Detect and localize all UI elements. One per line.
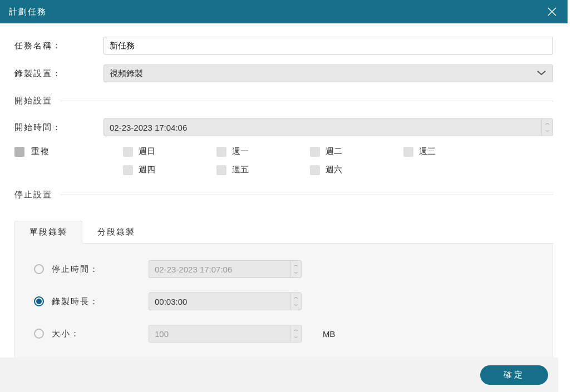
spinner-up-icon[interactable]: ︿	[290, 325, 301, 334]
day-thu-checkbox[interactable]	[123, 165, 133, 175]
tab-single[interactable]: 單段錄製	[14, 221, 82, 244]
day-fri-checkbox[interactable]	[216, 165, 226, 175]
record-setting-value: 視頻錄製	[110, 68, 143, 79]
task-name-input[interactable]	[103, 37, 553, 54]
stop-time-input[interactable]: 02-23-2023 17:07:06 ︿ ﹀	[149, 260, 302, 278]
start-section-heading: 開始設置	[14, 96, 553, 106]
spinner-down-icon[interactable]: ﹀	[542, 127, 553, 136]
day-tue-checkbox[interactable]	[310, 147, 320, 157]
days-grid: 週日 週一 週二 週三 週四 週五 週六	[123, 146, 553, 175]
dialog-footer: 確定	[0, 358, 558, 392]
dialog-content: 任務名稱： 錄製設置： 視頻錄製 開始設置 開始時間： 02-23-2023 1…	[0, 23, 568, 392]
stop-section-heading: 停止設置	[14, 190, 553, 200]
background-sliver	[568, 0, 577, 392]
repeat-checkbox[interactable]	[14, 147, 24, 157]
start-time-label: 開始時間：	[14, 122, 103, 133]
ok-button[interactable]: 確定	[480, 365, 548, 385]
task-name-label: 任務名稱：	[14, 41, 103, 51]
duration-label: 錄製時長：	[52, 296, 141, 307]
day-sat-label: 週六	[326, 165, 342, 175]
day-tue-label: 週二	[326, 146, 342, 157]
day-fri-label: 週五	[232, 165, 249, 175]
size-unit: MB	[323, 329, 336, 339]
day-mon-checkbox[interactable]	[216, 147, 226, 157]
dialog-title: 計劃任務	[9, 7, 47, 17]
day-sun-checkbox[interactable]	[123, 147, 133, 157]
duration-radio[interactable]	[34, 296, 44, 306]
repeat-label: 重複	[31, 146, 50, 157]
day-thu-label: 週四	[139, 165, 155, 175]
day-wed-checkbox[interactable]	[403, 147, 413, 157]
size-input[interactable]: 100 ︿ ﹀	[149, 325, 302, 343]
day-wed-label: 週三	[419, 146, 436, 157]
stop-time-label: 停止時間：	[52, 264, 141, 275]
scheduled-task-dialog: 計劃任務 任務名稱： 錄製設置： 視頻錄製 開始設置 開始時間：	[0, 0, 568, 392]
duration-input[interactable]: 00:03:00 ︿ ﹀	[149, 292, 302, 310]
spinner-down-icon[interactable]: ﹀	[290, 269, 301, 277]
start-time-input[interactable]: 02-23-2023 17:04:06 ︿ ﹀	[103, 118, 553, 136]
size-radio[interactable]	[34, 329, 44, 339]
chevron-down-icon	[536, 69, 547, 78]
spinner-up-icon[interactable]: ︿	[290, 261, 301, 269]
spinner-down-icon[interactable]: ﹀	[290, 301, 301, 310]
spinner-down-icon[interactable]: ﹀	[290, 334, 301, 342]
record-setting-label: 錄製設置：	[14, 68, 103, 79]
record-setting-select[interactable]: 視頻錄製	[103, 64, 553, 82]
close-icon[interactable]	[545, 5, 559, 18]
stop-time-radio[interactable]	[34, 264, 44, 274]
spinner-up-icon[interactable]: ︿	[290, 293, 301, 301]
day-sat-checkbox[interactable]	[310, 165, 320, 175]
day-mon-label: 週一	[232, 146, 249, 157]
day-sun-label: 週日	[139, 146, 155, 157]
spinner-up-icon[interactable]: ︿	[542, 119, 553, 127]
size-label: 大小：	[52, 329, 141, 339]
stop-tabs: 單段錄製 分段錄製	[14, 220, 553, 244]
tab-segmented[interactable]: 分段錄製	[82, 221, 150, 244]
spinner-arrows: ︿ ﹀	[541, 119, 553, 136]
titlebar: 計劃任務	[0, 0, 568, 23]
